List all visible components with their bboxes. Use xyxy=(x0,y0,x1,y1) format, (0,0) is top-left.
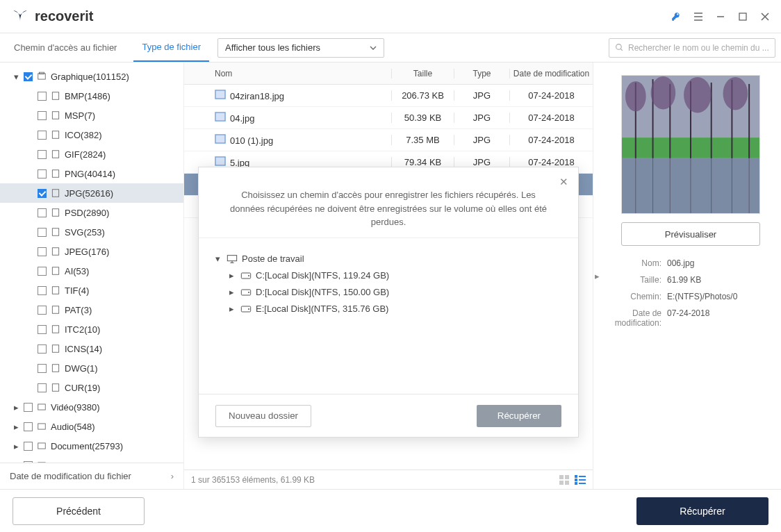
dialog-recover-button[interactable]: Récupérer xyxy=(477,405,561,427)
video-icon xyxy=(37,402,47,412)
tree-root-graphique[interactable]: ▾ Graphique(101152) xyxy=(0,67,183,86)
checkbox[interactable] xyxy=(38,189,47,198)
table-header: Nom Taille Type Date de modification xyxy=(184,63,593,85)
save-path-dialog: ✕ Choisissez un chemin d'accès pour enre… xyxy=(198,167,579,438)
checkbox[interactable] xyxy=(38,247,47,256)
tree-item[interactable]: ITC2(10) xyxy=(0,319,183,339)
app-logo: recoverit xyxy=(11,8,94,26)
checkbox[interactable] xyxy=(38,111,47,120)
dialog-message: Choisissez un chemin d'accès pour enregi… xyxy=(227,188,550,229)
tree-item[interactable]: AI(53) xyxy=(0,261,183,281)
tab-path[interactable]: Chemin d'accès au fichier xyxy=(6,33,125,62)
svg-rect-45 xyxy=(579,483,586,484)
checkbox[interactable] xyxy=(38,150,47,159)
titlebar: recoverit xyxy=(0,0,781,33)
tree-category[interactable]: ▸ Document(25793) xyxy=(0,436,183,456)
header-name[interactable]: Nom xyxy=(212,69,391,78)
document-icon xyxy=(37,441,47,451)
tree-item[interactable]: TIF(4) xyxy=(0,281,183,300)
tree-item[interactable]: PSD(2890) xyxy=(0,203,183,222)
header-size[interactable]: Taille xyxy=(391,69,454,78)
tree-item[interactable]: BMP(1486) xyxy=(0,86,183,106)
checkbox[interactable] xyxy=(38,364,47,373)
new-folder-button[interactable]: Nouveau dossier xyxy=(215,405,311,427)
dialog-disk-item[interactable]: ▸ D:[Local Disk](NTFS, 150.00 GB) xyxy=(210,284,567,301)
preview-image xyxy=(621,75,760,214)
tree-category[interactable]: ▸ Vidéo(9380) xyxy=(0,397,183,417)
tree-item[interactable]: JPG(52616) xyxy=(0,183,183,203)
recover-button[interactable]: Récupérer xyxy=(636,497,768,525)
main: ▾ Graphique(101152) BMP(1486) MSP(7) ICO… xyxy=(0,63,781,489)
tree: ▾ Graphique(101152) BMP(1486) MSP(7) ICO… xyxy=(0,63,183,463)
checkbox[interactable] xyxy=(24,403,33,412)
expand-preview-icon[interactable]: ▸ xyxy=(593,63,600,489)
tree-item[interactable]: ICNS(14) xyxy=(0,339,183,358)
checkbox[interactable] xyxy=(38,228,47,237)
tree-item[interactable]: DWG(1) xyxy=(0,358,183,378)
checkbox[interactable] xyxy=(38,325,47,334)
checkbox[interactable] xyxy=(38,306,47,315)
preview-button[interactable]: Prévisualiser xyxy=(621,222,760,246)
list-view-icon[interactable] xyxy=(575,475,586,485)
tree-label: GIF(2824) xyxy=(65,149,106,160)
table-row[interactable]: 04.jpg 50.39 KB JPG 07-24-2018 xyxy=(184,107,593,129)
checkbox[interactable] xyxy=(38,208,47,217)
tree-category[interactable]: ▸ Audio(548) xyxy=(0,417,183,436)
tree-item[interactable]: ICO(382) xyxy=(0,125,183,144)
tree-label: DWG(1) xyxy=(65,363,98,374)
checkbox[interactable] xyxy=(38,383,47,392)
disk-icon xyxy=(240,272,252,280)
date-filter[interactable]: Date de modification du fichier › xyxy=(0,463,183,489)
dialog-disk-item[interactable]: ▸ C:[Local Disk](NTFS, 119.24 GB) xyxy=(210,267,567,284)
header-date[interactable]: Date de modification xyxy=(509,69,593,78)
tree-item[interactable]: PNG(40414) xyxy=(0,164,183,183)
status-bar: 1 sur 365153 éléments, 61.99 KB xyxy=(184,469,593,489)
svg-rect-14 xyxy=(52,287,58,294)
tree-item[interactable]: SVG(253) xyxy=(0,222,183,242)
previous-button[interactable]: Précédent xyxy=(13,497,145,525)
checkbox[interactable] xyxy=(38,286,47,295)
tree-item[interactable]: PAT(3) xyxy=(0,300,183,319)
filter-select[interactable]: Afficher tous les fichiers xyxy=(217,38,384,58)
svg-rect-41 xyxy=(579,476,586,477)
image-icon xyxy=(215,134,226,144)
maximize-icon[interactable] xyxy=(738,12,748,22)
close-icon[interactable] xyxy=(760,12,770,22)
tree-item[interactable]: JPEG(176) xyxy=(0,242,183,261)
checkbox[interactable] xyxy=(38,131,47,140)
svg-rect-28 xyxy=(215,134,226,144)
tab-type[interactable]: Type de fichier xyxy=(133,33,209,62)
table-row[interactable]: 04ziran18.jpg 206.73 KB JPG 07-24-2018 xyxy=(184,85,593,107)
preview-details: Nom:006.jpg Taille:61.99 KB Chemin:E:(NT… xyxy=(611,258,770,335)
search-icon xyxy=(615,43,624,52)
search-box[interactable] xyxy=(609,38,775,58)
checkbox[interactable] xyxy=(38,267,47,276)
file-icon xyxy=(51,363,60,373)
svg-rect-42 xyxy=(575,479,577,481)
dialog-disk-item[interactable]: ▸ E:[Local Disk](NTFS, 315.76 GB) xyxy=(210,301,567,317)
dialog-tree-root[interactable]: ▾ Poste de travail xyxy=(210,251,567,267)
checkbox[interactable] xyxy=(38,169,47,178)
table-row[interactable]: 010 (1).jpg 7.35 MB JPG 07-24-2018 xyxy=(184,129,593,151)
checkbox[interactable] xyxy=(24,422,33,431)
tree-category[interactable]: ▸ E-mail(2) xyxy=(0,456,183,463)
checkbox[interactable] xyxy=(38,344,47,354)
search-input[interactable] xyxy=(628,43,769,53)
checkbox[interactable] xyxy=(24,72,33,81)
grid-view-icon[interactable] xyxy=(559,475,570,485)
app-name: recoverit xyxy=(35,8,94,24)
file-icon xyxy=(51,247,60,256)
key-icon[interactable] xyxy=(671,12,681,22)
svg-rect-68 xyxy=(227,255,236,260)
menu-icon[interactable] xyxy=(693,12,703,22)
header-type[interactable]: Type xyxy=(454,69,509,78)
checkbox[interactable] xyxy=(24,442,33,451)
svg-rect-9 xyxy=(52,190,58,197)
tree-item[interactable]: GIF(2824) xyxy=(0,144,183,164)
checkbox[interactable] xyxy=(38,92,47,101)
file-icon xyxy=(51,285,60,295)
tree-item[interactable]: MSP(7) xyxy=(0,106,183,125)
tree-item[interactable]: CUR(19) xyxy=(0,378,183,397)
dialog-close-icon[interactable]: ✕ xyxy=(559,174,568,190)
minimize-icon[interactable] xyxy=(716,12,725,22)
